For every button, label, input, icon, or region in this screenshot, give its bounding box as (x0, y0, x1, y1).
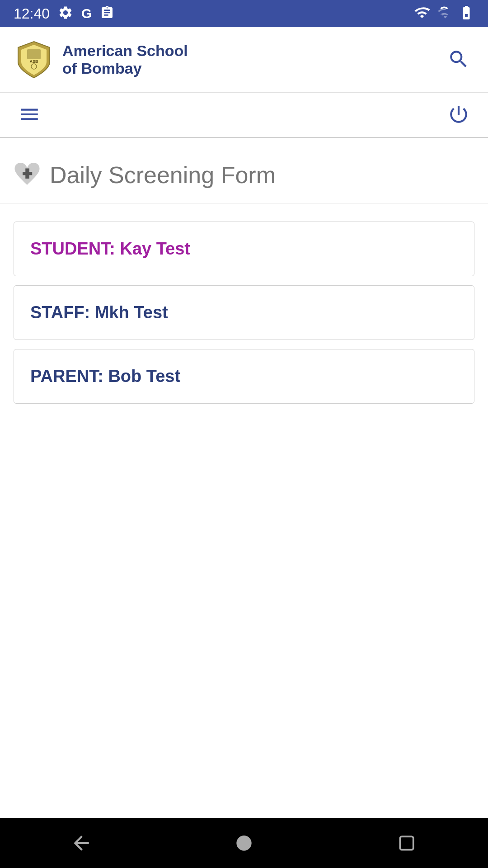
signal-icon (437, 5, 451, 23)
home-button[interactable] (226, 825, 262, 861)
brand-logo: ASB American School of Bombay (14, 39, 188, 80)
search-button[interactable] (443, 43, 474, 76)
student-card-label: STUDENT: Kay Test (30, 239, 190, 258)
svg-text:ASB: ASB (29, 59, 38, 64)
student-card[interactable]: STUDENT: Kay Test (14, 222, 474, 276)
status-right (414, 5, 474, 23)
svg-point-3 (236, 835, 251, 850)
status-bar: 12:40 G (0, 0, 488, 27)
power-button[interactable] (443, 99, 474, 132)
staff-card-label: STAFF: Mkh Test (30, 303, 168, 322)
staff-card[interactable]: STAFF: Mkh Test (14, 285, 474, 340)
settings-icon (58, 5, 73, 22)
svg-rect-0 (27, 49, 41, 59)
home-icon (233, 832, 255, 854)
brand-name-line2: of Bombay (62, 60, 188, 77)
heart-pulse-icon (14, 160, 41, 189)
hamburger-menu-icon (18, 103, 41, 126)
clipboard-icon (100, 5, 114, 22)
back-button[interactable] (63, 825, 99, 861)
toolbar (0, 93, 488, 138)
back-icon (70, 832, 93, 854)
school-logo: ASB (14, 39, 54, 80)
menu-button[interactable] (14, 99, 45, 132)
recent-apps-icon (397, 833, 417, 853)
brand-name-container: American School of Bombay (62, 42, 188, 77)
page-title: Daily Screening Form (50, 161, 276, 189)
parent-card[interactable]: PARENT: Bob Test (14, 349, 474, 404)
google-icon: G (81, 6, 92, 21)
battery-icon (458, 5, 474, 23)
status-time: 12:40 (14, 5, 50, 22)
bottom-nav (0, 818, 488, 868)
app-header: ASB American School of Bombay (0, 27, 488, 93)
brand-name-line1: American School (62, 42, 188, 60)
page-title-section: Daily Screening Form (0, 138, 488, 203)
power-icon (447, 103, 470, 126)
wifi-icon (414, 5, 430, 23)
parent-card-label: PARENT: Bob Test (30, 367, 180, 386)
recent-apps-button[interactable] (389, 825, 425, 861)
cards-container: STUDENT: Kay Test STAFF: Mkh Test PARENT… (0, 222, 488, 404)
page-title-row: Daily Screening Form (14, 160, 474, 189)
search-icon (447, 48, 470, 71)
status-left: 12:40 G (14, 5, 114, 22)
svg-rect-4 (400, 836, 413, 849)
